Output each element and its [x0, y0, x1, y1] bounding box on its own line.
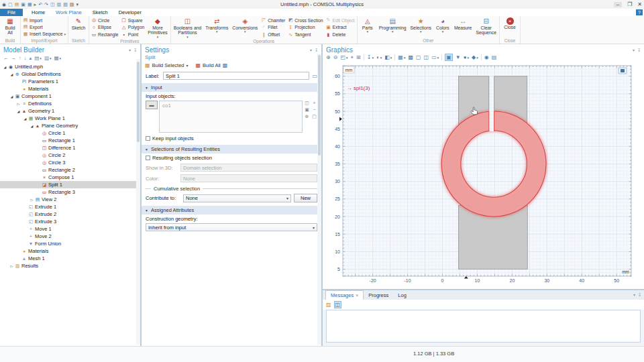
panel-menu-icon[interactable]: ▾ — [310, 48, 312, 52]
activate-selection-toggle[interactable]: ▬ — [146, 101, 158, 109]
colors-button[interactable]: ◕Colors▾ — [433, 17, 452, 38]
copy-selection-icon[interactable]: ◫ — [304, 101, 310, 106]
save-icon[interactable]: ▣ — [21, 2, 25, 7]
help-button[interactable]: ? — [636, 9, 643, 15]
point-button[interactable]: •Point — [121, 32, 145, 38]
zoom-extents-icon[interactable]: ⌖ — [350, 54, 354, 61]
go-to-default-view-icon[interactable]: ⊞ — [356, 54, 361, 60]
model-tree-node-text-icon[interactable]: ▤▾ — [34, 55, 42, 61]
wireframe-icon[interactable]: ▭▾ — [431, 54, 439, 60]
tree-item-move-1[interactable]: +Move 1 — [0, 225, 140, 233]
expanded-icon[interactable]: ◢ — [9, 95, 14, 99]
new-button[interactable]: New — [294, 194, 317, 202]
move-down-icon[interactable]: ↓ — [24, 55, 27, 61]
settings-scrollbar[interactable] — [317, 54, 321, 345]
import-button[interactable]: ▤Import — [23, 17, 66, 23]
tree-item-mesh-1[interactable]: ▲Mesh 1 — [0, 255, 140, 262]
tree-item-extrude-1[interactable]: ◱Extrude 1 — [0, 203, 140, 210]
paste-icon[interactable]: ▥ — [57, 2, 62, 7]
close-button[interactable]: ×Close — [500, 17, 519, 38]
tab-work-plane[interactable]: Work Plane — [50, 9, 87, 16]
panel-pin-icon[interactable]: ↧ — [133, 48, 137, 52]
run-icon[interactable]: ▸ — [34, 2, 37, 7]
build-all-button[interactable]: Build All — [203, 62, 221, 68]
close-button[interactable]: ✕ — [637, 2, 642, 7]
zoom-in-icon[interactable]: ⊕ — [326, 54, 331, 60]
tree-item-compose-1[interactable]: ×Compose 1 — [0, 174, 140, 181]
rectangle-button[interactable]: ▭Rectangle — [91, 32, 119, 38]
tab-file[interactable]: File — [0, 9, 23, 16]
chevron-down-icon[interactable]: ▾ — [186, 63, 189, 68]
columns-icon[interactable]: ▦▾ — [54, 55, 61, 61]
build-selected-button[interactable]: Build Selected — [152, 62, 184, 68]
tab-developer[interactable]: Developer — [113, 9, 147, 16]
delete-button[interactable]: ▮Delete — [326, 32, 355, 38]
collapsed-icon[interactable]: ▷ — [9, 264, 14, 268]
keep-input-objects-checkbox[interactable] — [146, 136, 150, 141]
print-icon[interactable]: ▤ — [492, 54, 497, 60]
tree-item-circle-2[interactable]: ◎Circle 2 — [0, 152, 140, 159]
tab-progress[interactable]: Progress — [364, 291, 393, 300]
material-rendering-icon[interactable]: ▼ — [455, 54, 461, 60]
minimize-button[interactable]: – — [614, 2, 622, 7]
tree-item-rectangle-2[interactable]: ▭Rectangle 2 — [0, 166, 140, 174]
tree-item-materials[interactable]: ●Materials — [0, 247, 140, 255]
selection-highlight-icon[interactable]: ▣ — [445, 54, 453, 61]
input-object-item[interactable]: co1 — [162, 103, 171, 109]
tree-item-plane-geometry[interactable]: ◢▲Plane Geometry — [0, 122, 140, 129]
clear-sequence-button[interactable]: ⊟ClearSequence — [474, 17, 498, 38]
tree-item-work-plane-1[interactable]: ◢▦Work Plane 1 — [0, 115, 140, 122]
programming-button[interactable]: ▤Programming▾ — [377, 17, 409, 38]
add-to-selection-icon[interactable]: + — [311, 101, 317, 106]
offset-button[interactable]: ∥Offset — [261, 32, 285, 38]
label-input[interactable] — [163, 72, 309, 80]
appearance-icon[interactable]: ●▾ — [464, 54, 469, 60]
resulting-objects-selection-checkbox[interactable] — [146, 156, 150, 160]
section-selections-of-resulting-entities[interactable]: ▼ Selections of Resulting Entities — [142, 145, 321, 154]
tree-item-definitions[interactable]: ▷≡Definitions — [0, 100, 140, 107]
customize-icon[interactable]: ▾ — [76, 2, 78, 7]
tree-item-form-union[interactable]: ▼Form Union — [0, 240, 140, 247]
more-primitives-button[interactable]: ◆MorePrimitives▾ — [146, 17, 169, 38]
tree-item-materials[interactable]: ●Materials — [0, 85, 140, 93]
tree-item-view-2[interactable]: ▷▤View 2 — [0, 196, 140, 203]
move-up-icon[interactable]: ↑ — [19, 55, 21, 61]
tree-item-rectangle-3[interactable]: ▭Rectangle 3 — [0, 188, 140, 196]
tree-item-difference-1[interactable]: ◫Difference 1 — [0, 144, 140, 152]
tree-item-rectangle-1[interactable]: ▭Rectangle 1 — [0, 137, 140, 144]
tree-item-parameters-1[interactable]: PiParameters 1 — [0, 78, 140, 85]
clear-messages-icon[interactable]: ▨ — [326, 301, 331, 308]
label-toggle-icon[interactable]: ▭ — [312, 73, 317, 79]
graphics-canvas[interactable]: -20-100102030405051015202530354045505560… — [325, 63, 641, 289]
copy-icon[interactable]: ◫ — [50, 2, 55, 7]
tree-item-untitled-mph[interactable]: ◢◉Untitled.mph — [0, 63, 140, 70]
build-all-button[interactable]: ▦BuildAll — [1, 17, 19, 38]
save-as-icon[interactable]: ▦ — [28, 2, 32, 7]
booleans-and-partitions-button[interactable]: ◫Booleans andPartitions▾ — [172, 17, 204, 38]
model-builder-scrollbar[interactable] — [136, 59, 140, 345]
panel-pin-icon[interactable]: ↧ — [315, 48, 318, 52]
expand-sections-icon[interactable]: ▥▾ — [44, 55, 52, 61]
panel-menu-icon[interactable]: ▾ — [633, 292, 635, 297]
duplicate-icon[interactable]: ▧ — [63, 2, 68, 7]
panel-pin-icon[interactable]: ↧ — [637, 48, 641, 52]
projection-button[interactable]: ↧Projection — [288, 24, 323, 31]
transparency-icon[interactable]: ◧▾ — [384, 54, 392, 60]
collapse-all-icon[interactable]: ▴ — [30, 55, 32, 61]
sketch-button[interactable]: ✎Sketch — [69, 17, 88, 38]
tab-log[interactable]: Log — [393, 291, 411, 300]
select-all-icon[interactable]: ◫ — [334, 301, 342, 308]
image-icon[interactable]: ▦▾ — [398, 54, 405, 60]
orientation-icon[interactable]: ↧▾ — [367, 54, 374, 60]
ellipse-button[interactable]: ○Ellipse — [91, 24, 119, 31]
collapsed-icon[interactable]: ▷ — [16, 102, 21, 106]
tangent-button[interactable]: ∿Tangent — [288, 32, 323, 38]
export-button[interactable]: ▤Export — [23, 23, 66, 30]
expanded-icon[interactable]: ◢ — [30, 124, 34, 128]
active-selection-icon[interactable]: ▢ — [311, 114, 317, 119]
tree-item-results[interactable]: ▷▥Results — [0, 262, 140, 269]
tree-item-split-1[interactable]: ◪Split 1 — [0, 181, 140, 188]
construction-geometry-dropdown[interactable]: Inherit from input ▾ — [146, 223, 317, 231]
tree-item-circle-1[interactable]: ◎Circle 1 — [0, 129, 140, 137]
chamfer-button[interactable]: ◸Chamfer — [261, 17, 285, 23]
